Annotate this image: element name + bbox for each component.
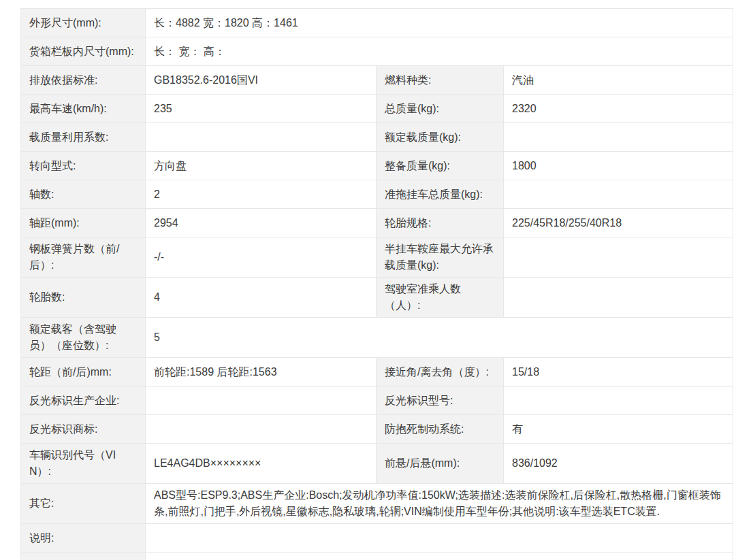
- spec-value-cell: 长：4882 宽：1820 高：1461: [146, 9, 733, 37]
- table-row: 轮胎数:4驾驶室准乘人数（人）:: [21, 278, 733, 318]
- table-row: 车辆识别代号（VIN）:LE4AG4DB××××××××前悬/后悬(mm):83…: [21, 444, 733, 484]
- spec-value-cell: 2320: [504, 95, 733, 123]
- table-row: 转向型式:方向盘整备质量(kg):1800: [21, 152, 733, 180]
- spec-label-cell: 车辆识别代号（VIN）:: [21, 444, 146, 484]
- spec-value-cell: 5: [146, 318, 733, 358]
- spec-label-cell: 反光标识型号:: [377, 386, 504, 415]
- spec-value-cell: [504, 180, 733, 209]
- spec-label-cell: 轴数:: [21, 180, 146, 209]
- spec-label-cell: 前悬/后悬(mm):: [377, 444, 504, 484]
- spec-label-cell: 驾驶室准乘人数（人）:: [377, 278, 504, 318]
- spec-label-cell: 油耗申报值(L/100km):: [21, 553, 146, 560]
- spec-label-cell: 总质量(kg):: [377, 95, 504, 123]
- spec-value-cell: [146, 553, 733, 560]
- table-row: 钢板弹簧片数（前/后）:-/-半挂车鞍座最大允许承载质量(kg):: [21, 237, 733, 278]
- table-row: 额定载客（含驾驶员）（座位数）:5: [21, 318, 733, 358]
- spec-value-cell: 15/18: [504, 358, 733, 386]
- spec-label-cell: 其它:: [21, 484, 146, 524]
- spec-value-cell: [146, 524, 733, 553]
- spec-value-cell: 有: [504, 415, 733, 444]
- spec-label-cell: 接近角/离去角（度）:: [377, 358, 504, 386]
- spec-value-cell: 2: [146, 180, 377, 209]
- spec-value-cell: [146, 386, 377, 415]
- table-row: 油耗申报值(L/100km):: [21, 553, 733, 560]
- table-row: 其它:ABS型号:ESP9.3;ABS生产企业:Bosch;发动机净功率值:15…: [21, 484, 733, 524]
- spec-value-cell: 836/1092: [504, 444, 733, 484]
- spec-label-cell: 燃料种类:: [377, 66, 504, 95]
- table-row: 最高车速(km/h):235总质量(kg):2320: [21, 95, 733, 123]
- spec-value-cell: GB18352.6-2016国VI: [146, 66, 377, 95]
- spec-value-cell: [504, 237, 733, 278]
- spec-label-cell: 转向型式:: [21, 152, 146, 180]
- spec-value-cell: [504, 123, 733, 152]
- spec-value-cell: 4: [146, 278, 377, 318]
- spec-value-cell: 2954: [146, 209, 377, 237]
- spec-label-cell: 外形尺寸(mm):: [21, 9, 146, 37]
- spec-label-cell: 排放依据标准:: [21, 66, 146, 95]
- spec-label-cell: 轴距(mm):: [21, 209, 146, 237]
- spec-label-cell: 额定载质量(kg):: [377, 123, 504, 152]
- spec-label-cell: 半挂车鞍座最大允许承载质量(kg):: [377, 237, 504, 278]
- table-row: 外形尺寸(mm):长：4882 宽：1820 高：1461: [21, 9, 733, 37]
- spec-value-cell: 长： 宽： 高：: [146, 37, 733, 66]
- spec-label-cell: 反光标识生产企业:: [21, 386, 146, 415]
- spec-label-cell: 准拖挂车总质量(kg):: [377, 180, 504, 209]
- spec-value-cell: LE4AG4DB××××××××: [146, 444, 377, 484]
- spec-value-cell: [504, 386, 733, 415]
- spec-value-cell: 225/45R18/255/40R18: [504, 209, 733, 237]
- spec-label-cell: 货箱栏板内尺寸(mm):: [21, 37, 146, 66]
- spec-value-cell: ABS型号:ESP9.3;ABS生产企业:Bosch;发动机净功率值:150kW…: [146, 484, 733, 524]
- spec-value-cell: 前轮距:1589 后轮距:1563: [146, 358, 377, 386]
- spec-value-cell: [146, 123, 377, 152]
- spec-label-cell: 防抱死制动系统:: [377, 415, 504, 444]
- vehicle-spec-page: 外形尺寸(mm):长：4882 宽：1820 高：1461货箱栏板内尺寸(mm)…: [0, 0, 736, 560]
- table-row: 反光标识商标:防抱死制动系统:有: [21, 415, 733, 444]
- spec-label-cell: 最高车速(km/h):: [21, 95, 146, 123]
- table-row: 排放依据标准:GB18352.6-2016国VI燃料种类:汽油: [21, 66, 733, 95]
- spec-value-cell: 235: [146, 95, 377, 123]
- spec-table-container: 外形尺寸(mm):长：4882 宽：1820 高：1461货箱栏板内尺寸(mm)…: [20, 8, 733, 560]
- spec-value-cell: 1800: [504, 152, 733, 180]
- vehicle-spec-table: 外形尺寸(mm):长：4882 宽：1820 高：1461货箱栏板内尺寸(mm)…: [20, 8, 733, 560]
- spec-label-cell: 反光标识商标:: [21, 415, 146, 444]
- table-row: 说明:: [21, 524, 733, 553]
- spec-label-cell: 轮胎规格:: [377, 209, 504, 237]
- spec-label-cell: 整备质量(kg):: [377, 152, 504, 180]
- table-row: 反光标识生产企业:反光标识型号:: [21, 386, 733, 415]
- spec-value-cell: 汽油: [504, 66, 733, 95]
- table-row: 货箱栏板内尺寸(mm):长： 宽： 高：: [21, 37, 733, 66]
- spec-label-cell: 额定载客（含驾驶员）（座位数）:: [21, 318, 146, 358]
- table-row: 轴距(mm):2954轮胎规格:225/45R18/255/40R18: [21, 209, 733, 237]
- spec-value-cell: [146, 415, 377, 444]
- spec-label-cell: 载质量利用系数:: [21, 123, 146, 152]
- spec-label-cell: 说明:: [21, 524, 146, 553]
- spec-value-cell: [504, 278, 733, 318]
- table-row: 载质量利用系数:额定载质量(kg):: [21, 123, 733, 152]
- spec-value-cell: -/-: [146, 237, 377, 278]
- spec-label-cell: 钢板弹簧片数（前/后）:: [21, 237, 146, 278]
- spec-label-cell: 轮距（前/后)mm:: [21, 358, 146, 386]
- table-row: 轮距（前/后)mm:前轮距:1589 后轮距:1563接近角/离去角（度）:15…: [21, 358, 733, 386]
- table-row: 轴数:2准拖挂车总质量(kg):: [21, 180, 733, 209]
- spec-label-cell: 轮胎数:: [21, 278, 146, 318]
- spec-value-cell: 方向盘: [146, 152, 377, 180]
